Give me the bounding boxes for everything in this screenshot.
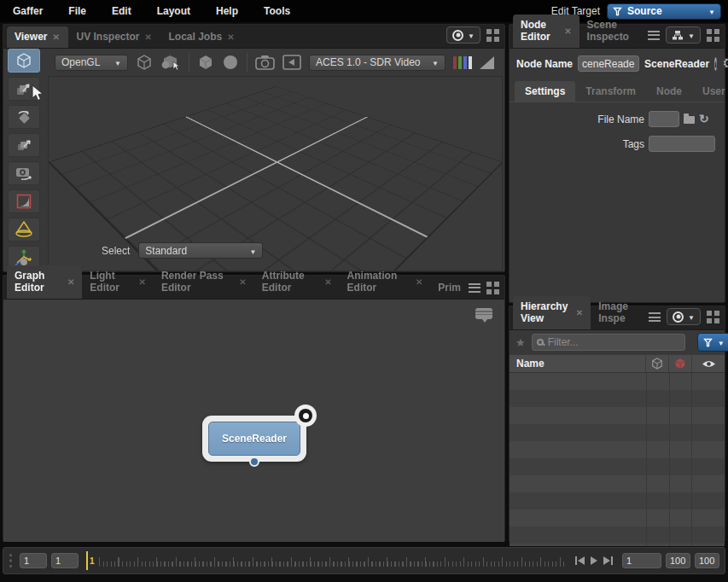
scale-tool-button[interactable] [8,133,40,157]
play-button[interactable] [591,556,597,565]
tab-animation-editor[interactable]: Animation Editor [340,265,431,299]
tab-prim-truncated[interactable]: Prim [430,277,469,299]
filter-search-box[interactable] [532,334,685,351]
folder-icon[interactable] [684,116,695,124]
tab-render-pass-editor[interactable]: Render Pass Editor [154,265,254,299]
menu-icon[interactable] [649,312,661,322]
hierarchy-pin-menu[interactable] [667,308,701,325]
tab-transform[interactable]: Transform [575,81,646,102]
end-frame-field-2[interactable] [695,553,719,568]
tab-viewer[interactable]: Viewer [7,26,68,48]
file-name-input[interactable] [649,111,679,127]
tab-uv-inspector[interactable]: UV Inspector [68,26,160,48]
tags-input[interactable] [649,136,715,152]
light-position-icon [14,248,34,267]
close-icon[interactable] [576,306,583,318]
bookmark-star-icon[interactable] [515,336,526,349]
end-frame-field[interactable] [666,553,690,568]
tab-user[interactable]: User [692,81,728,102]
renderer-dropdown[interactable]: OpenGL [55,55,128,71]
select-mode-dropdown[interactable]: Standard [138,242,263,259]
tab-scene-inspector[interactable]: Scene Inspecto [579,15,648,48]
close-icon[interactable] [227,31,236,43]
filter-input[interactable] [548,336,680,348]
close-icon[interactable] [67,276,74,288]
close-icon[interactable] [139,276,146,288]
node-editor-panel: Node Editor Scene Inspecto Node Name Sce… [509,24,725,303]
crop-window-tool-button[interactable] [8,189,40,213]
close-icon[interactable] [564,25,571,37]
layout-menu-icon[interactable] [707,29,719,42]
close-icon[interactable] [324,276,331,288]
drawing-mode-icon[interactable] [136,54,153,71]
tab-local-jobs[interactable]: Local Jobs [161,26,244,48]
light-tool-button[interactable] [8,218,40,242]
expansion-mode-icon[interactable] [160,54,181,71]
tab-image-inspector[interactable]: Image Inspe [591,296,649,329]
menu-layout[interactable]: Layout [144,5,203,17]
channel-rgb-icon[interactable] [453,56,472,69]
shading-sphere-icon[interactable] [222,54,239,71]
jump-to-end-button[interactable] [603,556,613,565]
scene-filter-dropdown[interactable] [697,333,728,352]
menu-tools[interactable]: Tools [251,5,303,17]
layout-menu-icon[interactable] [486,282,499,294]
menu-icon[interactable] [469,283,480,293]
menu-gaffer[interactable]: Gaffer [0,5,55,17]
node-name-input[interactable] [578,55,639,72]
chevron-down-icon [718,336,725,348]
menu-edit[interactable]: Edit [99,5,144,17]
tab-graph-editor[interactable]: Graph Editor [7,265,82,299]
refresh-icon[interactable] [699,113,709,125]
tags-label: Tags [510,138,644,150]
node-output-port[interactable] [249,457,259,467]
chevron-down-icon [688,29,695,41]
display-transform-dropdown[interactable]: ACES 1.0 - SDR Video [309,55,446,71]
viewport-3d[interactable]: Select Standard [48,76,503,271]
shaded-cube-icon[interactable] [197,54,214,71]
close-icon[interactable] [239,276,246,288]
hierarchy-rows[interactable] [510,373,725,546]
playhead-line[interactable] [86,551,88,570]
close-icon[interactable] [52,31,61,43]
timeline-scrubber[interactable] [99,551,566,570]
drag-handle[interactable] [9,553,13,568]
info-icon[interactable] [714,57,717,71]
camera-icon[interactable] [255,55,275,70]
close-icon[interactable] [416,276,422,288]
scene-reader-node[interactable]: SceneReader [202,416,306,462]
focus-ring-icon[interactable] [294,404,317,427]
scene-reader-node-body[interactable]: SceneReader [208,422,300,456]
layout-menu-icon[interactable] [707,311,719,323]
viewer-focus-menu[interactable] [446,26,480,44]
menu-icon[interactable] [648,31,660,40]
layout-menu-icon[interactable] [486,29,499,42]
tab-node[interactable]: Node [646,81,692,102]
jump-to-start-button[interactable] [575,556,585,565]
tab-hierarchy-view[interactable]: Hierarchy View [513,296,591,329]
node-editor-pin-menu[interactable] [666,26,701,44]
frame-number-field[interactable] [622,553,661,568]
menu-help[interactable]: Help [203,5,251,17]
start-frame-field[interactable] [20,553,47,568]
column-divider [669,373,670,546]
annotation-bubble-icon[interactable] [475,308,492,319]
node-graph-canvas[interactable]: SceneReader [3,300,504,542]
current-frame-field[interactable] [51,553,79,568]
mouse-cursor [32,84,44,102]
exposure-gamma-icon[interactable] [480,56,494,69]
camera-tool-button[interactable] [8,161,40,185]
rotate-tool-button[interactable] [8,105,40,129]
close-icon[interactable] [145,31,154,43]
tab-node-editor[interactable]: Node Editor [513,15,579,48]
select-tool-button[interactable] [8,49,40,73]
menu-file[interactable]: File [55,5,99,17]
gear-icon[interactable] [722,56,728,71]
playhead[interactable]: 1 [86,551,95,570]
tab-attribute-editor[interactable]: Attribute Editor [254,265,340,299]
hierarchy-tab-bar: Hierarchy View Image Inspe [510,306,725,330]
tab-light-editor[interactable]: Light Editor [82,265,154,299]
viewer-panel: Viewer UV Inspector Local Jobs OpenGL [3,24,505,272]
image-plane-icon[interactable] [282,55,301,70]
tab-settings[interactable]: Settings [515,81,575,102]
